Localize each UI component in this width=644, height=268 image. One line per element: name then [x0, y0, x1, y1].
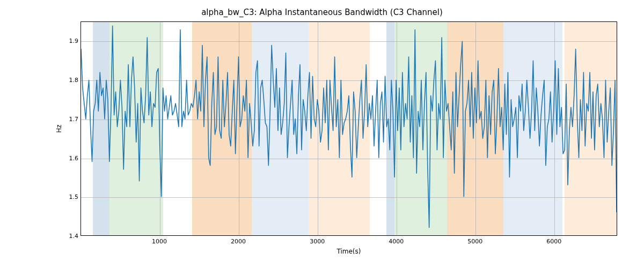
x-tick-label: 1000 [143, 238, 175, 245]
line-series [81, 22, 617, 235]
series-path [81, 26, 617, 227]
plot-area [80, 21, 617, 236]
x-tick-label: 6000 [538, 238, 570, 245]
y-tick-label: 1.9 [46, 38, 78, 44]
x-tick-label: 4000 [380, 238, 412, 245]
x-tick-label: 3000 [301, 238, 333, 245]
y-axis-label: Hz [54, 21, 64, 236]
x-axis-label: Time(s) [80, 248, 617, 255]
x-tick-label: 2000 [222, 238, 254, 245]
y-tick-label: 1.8 [46, 77, 78, 84]
chart-title: alpha_bw_C3: Alpha Instantaneous Bandwid… [0, 8, 644, 17]
y-tick-label: 1.5 [46, 193, 78, 200]
y-tick-label: 1.7 [46, 115, 78, 122]
y-tick-label: 1.4 [46, 233, 78, 240]
x-tick-label: 5000 [459, 238, 491, 245]
figure: alpha_bw_C3: Alpha Instantaneous Bandwid… [0, 0, 644, 268]
y-tick-label: 1.6 [46, 154, 78, 161]
